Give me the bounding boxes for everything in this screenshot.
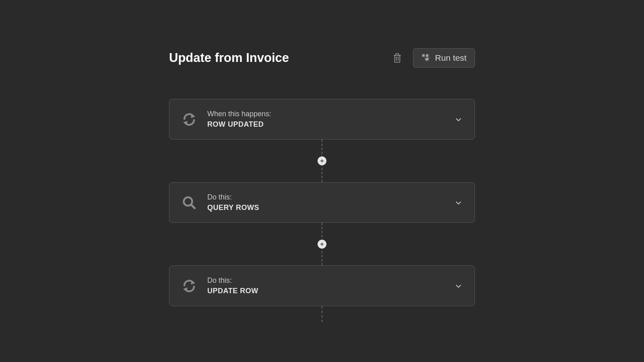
chevron-down-icon	[454, 199, 462, 207]
connector-line	[322, 306, 322, 322]
search-icon	[182, 195, 197, 210]
step-card-action[interactable]: Do this: QUERY ROWS	[169, 182, 475, 223]
step-text: Do this: UPDATE ROW	[207, 276, 454, 295]
refresh-icon	[182, 278, 197, 294]
trash-icon	[393, 53, 402, 63]
chevron-down-icon	[454, 282, 462, 290]
add-step-button[interactable]	[318, 240, 326, 249]
delete-button[interactable]	[390, 50, 404, 66]
header-actions: Run test	[390, 48, 475, 68]
run-test-label: Run test	[435, 53, 466, 63]
chevron-down-icon	[454, 115, 462, 123]
run-test-button[interactable]: Run test	[413, 48, 475, 68]
step-action: UPDATE ROW	[207, 287, 454, 295]
step-action: ROW UPDATED	[207, 120, 454, 129]
workflow-title: Update from Invoice	[169, 51, 390, 65]
step-text: Do this: QUERY ROWS	[207, 193, 454, 212]
workflow-header: Update from Invoice Run	[169, 48, 475, 68]
step-connector	[322, 223, 322, 265]
svg-marker-14	[184, 288, 187, 291]
step-text: When this happens: ROW UPDATED	[207, 110, 454, 129]
svg-rect-3	[426, 54, 428, 57]
svg-marker-5	[191, 114, 194, 117]
step-label: Do this:	[207, 193, 454, 202]
svg-rect-2	[422, 54, 425, 57]
add-step-button[interactable]	[318, 156, 326, 165]
run-test-icon	[421, 53, 430, 62]
step-card-action[interactable]: Do this: UPDATE ROW	[169, 265, 475, 306]
step-action: QUERY ROWS	[207, 204, 454, 212]
plus-icon	[320, 242, 324, 247]
svg-marker-6	[184, 121, 187, 125]
step-label: When this happens:	[207, 110, 454, 118]
step-connector-tail	[322, 306, 322, 322]
refresh-icon	[182, 112, 197, 127]
plus-icon	[320, 158, 324, 163]
step-label: Do this:	[207, 276, 454, 285]
step-connector	[322, 140, 322, 182]
workflow-steps: When this happens: ROW UPDATED	[169, 99, 475, 322]
svg-line-10	[191, 205, 194, 208]
step-card-trigger[interactable]: When this happens: ROW UPDATED	[169, 99, 475, 140]
svg-marker-13	[191, 280, 194, 284]
